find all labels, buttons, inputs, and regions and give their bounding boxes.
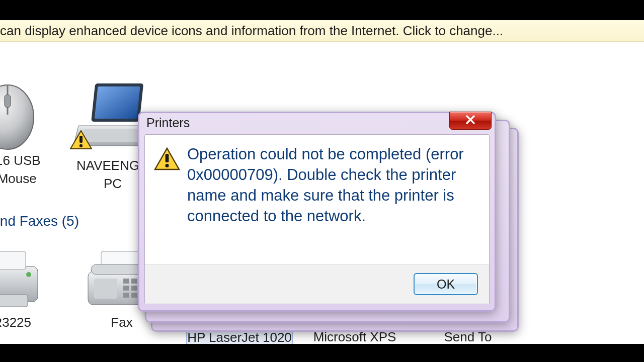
close-button[interactable] (449, 112, 492, 130)
svg-rect-3 (95, 86, 140, 119)
svg-rect-16 (94, 279, 117, 299)
warning-icon (154, 144, 187, 259)
info-bar[interactable]: can display enhanced device icons and in… (0, 20, 644, 42)
letterbox-top (0, 0, 644, 20)
svg-rect-7 (79, 136, 83, 143)
svg-point-0 (0, 85, 34, 149)
error-dialog: Printers Operation could not be complete… (138, 112, 496, 312)
svg-rect-11 (0, 295, 28, 307)
dialog-titlebar[interactable]: Printers (139, 113, 495, 132)
letterbox-bottom (0, 344, 644, 362)
section-header-printers-text: Printers and Faxes (5) (0, 213, 79, 229)
device-item-mouse[interactable]: S116 USB al Mouse (0, 79, 60, 186)
svg-rect-28 (166, 164, 169, 167)
printer-label: n iR3225 (0, 315, 55, 330)
device-label: S116 USB (0, 153, 60, 168)
svg-rect-17 (123, 279, 129, 284)
svg-rect-1 (5, 95, 11, 108)
svg-rect-24 (131, 293, 137, 298)
svg-rect-27 (166, 154, 169, 162)
svg-rect-20 (123, 286, 129, 291)
dialog-title: Printers (146, 116, 190, 130)
mouse-icon (0, 79, 40, 150)
section-header-printers: Printers and Faxes (5) (0, 213, 79, 229)
svg-rect-21 (131, 286, 137, 291)
devices-and-printers-window: can display enhanced device icons and in… (0, 20, 644, 344)
svg-point-12 (26, 272, 31, 277)
close-icon (465, 114, 476, 127)
svg-rect-8 (79, 144, 83, 147)
dialog-footer: OK (145, 264, 489, 304)
ok-button[interactable]: OK (414, 273, 478, 295)
svg-rect-18 (131, 279, 137, 284)
warning-badge-icon (69, 130, 93, 150)
printer-label: HP LaserJet 1020 (187, 330, 292, 344)
svg-rect-10 (0, 251, 26, 269)
dialog-body: Operation could not be completed (error … (145, 135, 489, 264)
printer-icon (0, 246, 43, 312)
dialog-client: Operation could not be completed (error … (144, 134, 490, 304)
printer-item[interactable]: n iR3225 (0, 246, 55, 330)
dialog-message: Operation could not be completed (error … (187, 144, 476, 259)
svg-rect-23 (123, 293, 129, 298)
device-label: al Mouse (0, 171, 60, 186)
